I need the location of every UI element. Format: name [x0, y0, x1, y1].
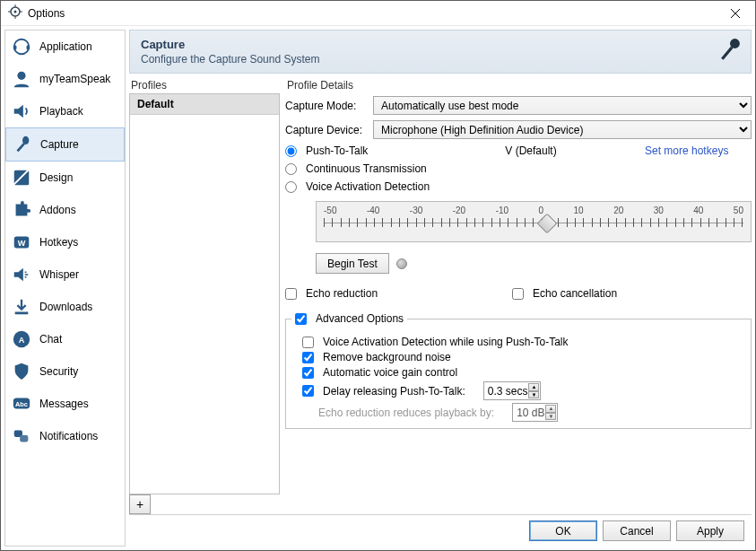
- sidebar-item-label: Chat: [39, 333, 62, 345]
- sidebar-item-messages[interactable]: Abc Messages: [5, 388, 125, 420]
- svg-line-14: [18, 144, 24, 151]
- svg-point-1: [14, 11, 17, 13]
- vad-radio[interactable]: [285, 181, 297, 193]
- options-window: Options Application myTeamSpeak Playback…: [0, 0, 756, 551]
- shield-icon: [11, 361, 32, 382]
- sidebar: Application myTeamSpeak Playback Capture…: [4, 30, 126, 547]
- delay-ptt-checkbox[interactable]: [302, 385, 314, 397]
- echo-playback-label: Echo reduction reduces playback by:: [318, 407, 494, 419]
- svg-marker-12: [14, 105, 23, 118]
- echo-cancellation-checkbox[interactable]: [512, 288, 524, 300]
- svg-line-28: [722, 48, 732, 59]
- cancel-button[interactable]: Cancel: [603, 520, 671, 541]
- titlebar: Options: [1, 1, 755, 26]
- keyboard-icon: W: [11, 232, 32, 253]
- echo-reduction-checkbox[interactable]: [285, 288, 297, 300]
- chat-icon: A: [11, 328, 32, 350]
- close-button[interactable]: [716, 1, 755, 26]
- sidebar-item-application[interactable]: Application: [5, 31, 125, 63]
- ptt-hotkey-field[interactable]: V (Default): [430, 144, 632, 157]
- sidebar-item-label: Security: [39, 365, 78, 378]
- sidebar-item-label: Messages: [39, 398, 89, 410]
- sidebar-item-whisper[interactable]: Whisper: [5, 258, 125, 291]
- speaker-icon: [11, 101, 32, 122]
- content-row: Profiles Default + Profile Details Captu…: [129, 77, 752, 514]
- svg-text:A: A: [19, 336, 25, 345]
- sidebar-item-label: myTeamSpeak: [39, 73, 110, 85]
- slider-tick-labels: -50-40-30-20-1001020304050: [317, 206, 751, 216]
- headset-icon: [11, 36, 32, 57]
- svg-point-27: [730, 39, 740, 48]
- vad-ptt-checkbox[interactable]: [302, 337, 314, 348]
- test-led-icon: [396, 258, 407, 269]
- apply-button[interactable]: Apply: [676, 520, 744, 541]
- sidebar-item-label: Hotkeys: [39, 236, 78, 249]
- echo-reduction-label: Echo reduction: [306, 287, 378, 300]
- set-more-hotkeys-link[interactable]: Set more hotkeys: [645, 144, 728, 157]
- download-icon: [11, 296, 32, 318]
- svg-rect-26: [20, 435, 28, 442]
- sidebar-item-notifications[interactable]: Notifications: [5, 420, 125, 452]
- messages-icon: Abc: [11, 393, 32, 415]
- svg-marker-19: [14, 268, 23, 282]
- continuous-label: Continuous Transmission: [306, 162, 427, 175]
- whisper-icon: [11, 264, 32, 285]
- sidebar-item-label: Addons: [39, 204, 76, 216]
- profile-item[interactable]: Default: [130, 94, 279, 115]
- profiles-label: Profiles: [131, 79, 280, 92]
- profile-details-pane: Profile Details Capture Mode: Automatica…: [280, 77, 752, 514]
- microphone-icon: [718, 38, 742, 64]
- section-title: Capture: [141, 38, 740, 51]
- microphone-icon: [12, 134, 33, 155]
- svg-text:W: W: [18, 239, 26, 248]
- sidebar-item-label: Whisper: [39, 268, 79, 281]
- capture-mode-select[interactable]: Automatically use best mode: [373, 96, 752, 115]
- capture-device-label: Capture Device:: [285, 124, 368, 136]
- sidebar-item-design[interactable]: Design: [5, 162, 125, 194]
- continuous-radio[interactable]: [285, 163, 297, 175]
- sidebar-item-downloads[interactable]: Downloads: [5, 291, 125, 323]
- user-icon: [11, 68, 32, 90]
- ptt-radio[interactable]: [285, 145, 297, 157]
- sidebar-item-label: Capture: [40, 138, 79, 151]
- sidebar-item-label: Design: [39, 171, 73, 184]
- add-profile-button[interactable]: +: [129, 494, 151, 514]
- advanced-legend: Advanced Options: [316, 312, 404, 325]
- capture-device-select[interactable]: Microphone (High Definition Audio Device…: [373, 120, 752, 139]
- remove-noise-label: Remove background noise: [323, 351, 451, 363]
- design-icon: [11, 167, 32, 188]
- sidebar-item-label: Application: [39, 40, 92, 53]
- delay-ptt-label: Delay releasing Push-To-Talk:: [323, 385, 465, 398]
- vad-slider[interactable]: -50-40-30-20-1001020304050: [316, 201, 752, 242]
- vad-label: Voice Activation Detection: [306, 180, 430, 193]
- auto-gain-checkbox[interactable]: [302, 367, 314, 379]
- window-title: Options: [28, 7, 65, 20]
- sidebar-item-capture[interactable]: Capture: [5, 127, 125, 162]
- svg-text:Abc: Abc: [15, 400, 28, 408]
- advanced-options-checkbox[interactable]: [295, 313, 307, 325]
- svg-point-11: [17, 72, 25, 80]
- sidebar-item-chat[interactable]: A Chat: [5, 323, 125, 355]
- sidebar-item-security[interactable]: Security: [5, 355, 125, 388]
- sidebar-item-addons[interactable]: Addons: [5, 194, 125, 226]
- sidebar-item-label: Playback: [39, 105, 83, 118]
- sidebar-item-label: Downloads: [39, 301, 92, 313]
- sidebar-item-hotkeys[interactable]: W Hotkeys: [5, 226, 125, 258]
- begin-test-button[interactable]: Begin Test: [316, 253, 389, 274]
- profile-details-label: Profile Details: [287, 79, 752, 92]
- notifications-icon: [11, 425, 32, 447]
- echo-cancellation-label: Echo cancellation: [533, 287, 617, 300]
- dialog-footer: OK Cancel Apply: [129, 514, 752, 547]
- capture-mode-label: Capture Mode:: [285, 100, 368, 112]
- profiles-pane: Profiles Default +: [129, 77, 280, 514]
- sidebar-item-label: Notifications: [39, 430, 98, 442]
- ok-button[interactable]: OK: [529, 520, 597, 541]
- vad-ptt-label: Voice Activation Detection while using P…: [323, 336, 568, 348]
- options-icon: [8, 4, 22, 22]
- sidebar-item-myteamspeak[interactable]: myTeamSpeak: [5, 63, 125, 95]
- delay-ptt-stepper[interactable]: 0.3 secs ▲▼: [483, 381, 542, 400]
- sidebar-item-playback[interactable]: Playback: [5, 95, 125, 127]
- profiles-list[interactable]: Default: [129, 93, 280, 494]
- puzzle-icon: [11, 199, 32, 221]
- remove-noise-checkbox[interactable]: [302, 352, 314, 363]
